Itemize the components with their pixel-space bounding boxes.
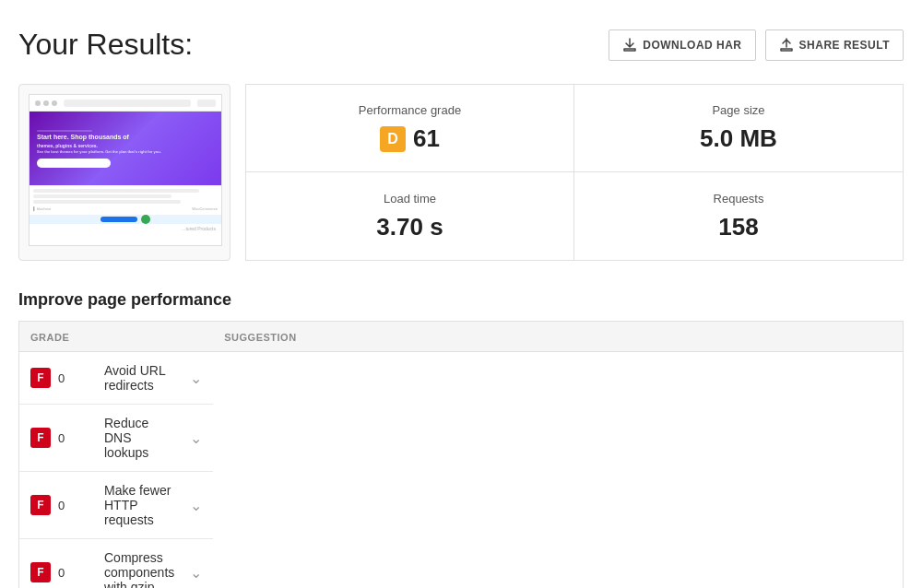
- chevron-cell: ⌄: [174, 429, 202, 447]
- cta-icon: [141, 215, 150, 224]
- website-content: ▌ bluehost WooCommerce: [30, 185, 221, 215]
- browser-dot: [35, 100, 41, 106]
- share-result-button[interactable]: SHARE RESULT: [765, 29, 904, 61]
- table-row[interactable]: F 0 Compress components with gzip ⌄: [19, 539, 213, 588]
- hero-title: Start here. Shop thousands of: [37, 134, 214, 140]
- browser-dot: [43, 100, 49, 106]
- metric-value: D 61: [380, 124, 440, 153]
- chevron-cell: ⌄: [174, 564, 202, 582]
- browser-nav: [197, 100, 216, 107]
- grade-cell: F 0: [30, 368, 104, 388]
- metric-label: Page size: [712, 103, 764, 117]
- metric-value: 5.0 MB: [700, 124, 777, 153]
- table-row[interactable]: F 0 Avoid URL redirects ⌄: [19, 352, 213, 405]
- suggestion-text: Make fewer HTTP requests: [104, 483, 171, 527]
- row-score: 0: [58, 566, 65, 580]
- col-header-suggestion: SUGGESTION: [224, 332, 296, 343]
- hero-subtitle: themes, plugins & services.: [37, 143, 214, 148]
- content-footer: ▌ bluehost WooCommerce: [33, 206, 218, 211]
- grade-badge-d: D: [380, 126, 406, 152]
- content-line: [33, 194, 171, 198]
- content-line: [33, 200, 181, 204]
- browser-topbar: [30, 95, 221, 112]
- metric-performance-grade: Performance grade D 61: [245, 84, 574, 172]
- row-grade-badge: F: [30, 428, 51, 448]
- row-score: 0: [58, 371, 65, 385]
- improve-title: Improve page performance: [18, 290, 904, 310]
- metric-value: 158: [718, 213, 758, 241]
- row-score: 0: [58, 431, 65, 445]
- metric-label: Load time: [384, 192, 436, 206]
- browser-urlbar: [64, 100, 191, 107]
- requests-value: 158: [718, 213, 758, 241]
- improve-section: Improve page performance GRADE SUGGESTIO…: [18, 290, 904, 588]
- grade-cell: F 0: [30, 495, 104, 515]
- row-score: 0: [58, 499, 65, 512]
- table-row[interactable]: F 0 Make fewer HTTP requests ⌄: [19, 472, 213, 539]
- metric-label: Requests: [714, 192, 764, 206]
- header-buttons: DOWNLOAD HAR SHARE RESULT: [609, 29, 904, 61]
- suggestion-text: Reduce DNS lookups: [104, 416, 148, 460]
- page-size-value: 5.0 MB: [700, 124, 777, 153]
- load-time-value: 3.70 s: [376, 213, 443, 241]
- metric-value: 3.70 s: [376, 213, 443, 241]
- results-area: Start here. Shop thousands of themes, pl…: [18, 84, 904, 261]
- suggestion-cell: Compress components with gzip: [104, 550, 174, 588]
- page-container: Your Results: DOWNLOAD HAR SHARE RESULT: [0, 0, 922, 588]
- grade-cell: F 0: [30, 562, 104, 582]
- table-row[interactable]: F 0 Reduce DNS lookups ⌄: [19, 405, 213, 472]
- suggestion-cell: Reduce DNS lookups: [104, 416, 174, 460]
- content-line: [33, 189, 199, 193]
- table-header-row: GRADE SUGGESTION: [19, 322, 904, 352]
- performance-score: 61: [413, 124, 440, 153]
- metrics-grid: Performance grade D 61 Page size 5.0 MB …: [245, 84, 904, 261]
- chevron-cell: ⌄: [174, 370, 202, 387]
- row-grade-badge: F: [30, 562, 51, 582]
- row-grade-badge: F: [30, 368, 51, 388]
- site-brand: ▌ bluehost: [33, 206, 189, 211]
- performance-table: GRADE SUGGESTION F 0 Avoid URL redirects…: [18, 321, 904, 588]
- chevron-down-icon: ⌄: [190, 565, 202, 581]
- metric-label: Performance grade: [359, 103, 461, 117]
- table-body: F 0 Avoid URL redirects ⌄ F 0 Reduce DNS…: [19, 352, 904, 589]
- browser-dot: [52, 100, 57, 106]
- table-header: GRADE SUGGESTION: [19, 322, 904, 352]
- suggestion-text: Compress components with gzip: [104, 550, 174, 588]
- website-hero: Start here. Shop thousands of themes, pl…: [30, 112, 221, 185]
- chevron-cell: ⌄: [174, 497, 202, 514]
- suggestion-cell: Avoid URL redirects: [104, 363, 174, 393]
- download-har-button[interactable]: DOWNLOAD HAR: [609, 29, 755, 61]
- metric-page-size: Page size 5.0 MB: [574, 84, 904, 172]
- col-header-grade: GRADE: [30, 332, 69, 343]
- row-grade-badge: F: [30, 495, 51, 515]
- page-title: Your Results:: [18, 28, 193, 62]
- chevron-down-icon: ⌄: [190, 430, 202, 446]
- suggestion-text: Avoid URL redirects: [104, 363, 165, 393]
- screenshot-card: Start here. Shop thousands of themes, pl…: [18, 84, 230, 261]
- chevron-down-icon: ⌄: [190, 498, 202, 513]
- metric-load-time: Load time 3.70 s: [245, 172, 574, 261]
- cta-button: [100, 217, 137, 222]
- hero-search: [37, 159, 111, 168]
- header-row: Your Results: DOWNLOAD HAR SHARE RESULT: [18, 28, 904, 62]
- share-icon: [779, 38, 794, 53]
- hero-desc: See the best themes for your platform. G…: [37, 149, 214, 154]
- website-screenshot: Start here. Shop thousands of themes, pl…: [29, 94, 222, 246]
- screenshot-footer: ...tured Products: [30, 224, 221, 233]
- grade-cell: F 0: [30, 428, 104, 448]
- chevron-down-icon: ⌄: [190, 370, 202, 386]
- download-icon: [622, 38, 637, 53]
- metric-requests: Requests 158: [574, 172, 904, 261]
- cta-bar: [30, 215, 221, 224]
- suggestion-cell: Make fewer HTTP requests: [104, 483, 174, 527]
- site-brand-2: WooCommerce: [192, 206, 218, 211]
- site-logo: [37, 130, 92, 132]
